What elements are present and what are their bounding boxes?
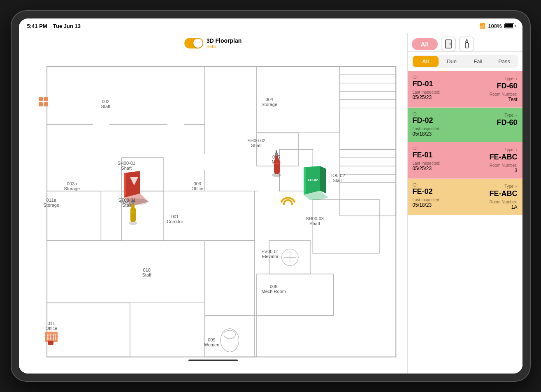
toggle-bar: 3D Floorplan Beta: [184, 37, 242, 49]
item-fd01-right-col: Type: › FD-60 Room Number: Test: [467, 75, 518, 102]
svg-marker-45: [124, 171, 140, 198]
item-fd01-type-row: Type: ›: [504, 75, 517, 82]
svg-rect-54: [274, 163, 279, 164]
item-fd02-date-value: 05/18/23: [413, 131, 464, 137]
svg-rect-61: [130, 207, 136, 222]
item-fe02-chevron: ›: [515, 183, 518, 189]
svg-rect-17: [313, 199, 379, 253]
item-fe01-chevron: ›: [515, 146, 518, 153]
top-tab-all-button[interactable]: All: [412, 38, 438, 50]
svg-rect-41: [44, 97, 48, 101]
ipad-screen: 5:41 PM Tue Jun 13 📶 100%: [19, 18, 522, 374]
item-fd02-type-row: Type: ›: [504, 112, 517, 118]
barcode-scanner-icon[interactable]: [44, 328, 65, 348]
battery-percent: 100%: [488, 23, 502, 29]
svg-rect-0: [47, 67, 396, 357]
item-fe01-type-label: Type:: [504, 148, 514, 152]
svg-rect-43: [44, 102, 48, 106]
item-fd02-date-label: Last Inspected:: [413, 127, 464, 131]
panel-top-tabs: All: [408, 33, 522, 52]
item-fe01-right-col: Type: › FE-ABC Room Number: 3: [467, 146, 518, 173]
svg-rect-52: [275, 152, 278, 156]
item-fe01-date-label: Last Inspected:: [413, 161, 464, 166]
item-fd02-type-value: FD-60: [497, 118, 517, 127]
item-fe02-date-label: Last Inspected:: [413, 198, 464, 202]
item-fe02-type-label: Type:: [504, 184, 514, 189]
svg-rect-65: [130, 211, 135, 212]
item-fd02-id-value: FD-02: [413, 116, 464, 125]
item-card-fd02[interactable]: ID: FD-02 Last Inspected: 05/18/23 Type:…: [408, 108, 522, 142]
item-fe01-room-label: Room Number:: [490, 163, 518, 168]
item-card-fd01[interactable]: ID: FD-01 Last Inspected: 05/25/23 Type:…: [408, 71, 522, 108]
sub-tab-all[interactable]: All: [413, 56, 439, 67]
svg-marker-57: [320, 166, 326, 194]
item-card-fe02[interactable]: ID: FE-02 Last Inspected: 05/18/23 Type:…: [408, 179, 522, 215]
svg-rect-53: [276, 150, 277, 153]
svg-rect-23: [47, 191, 101, 241]
item-fe02-room-value: 1A: [511, 204, 518, 210]
floorplan-svg: UP: [19, 33, 407, 374]
svg-rect-73: [48, 341, 53, 345]
item-card-fe01[interactable]: ID: FE-01 Last Inspected: 05/25/23 Type:…: [408, 142, 522, 179]
battery-icon: [504, 23, 514, 28]
status-right: 📶 100%: [479, 23, 514, 29]
item-fe02-id-value: FE-02: [413, 187, 464, 196]
svg-rect-31: [204, 316, 256, 357]
toggle-title: 3D Floorplan: [207, 37, 242, 44]
floorplan-area[interactable]: 3D Floorplan Beta: [19, 33, 407, 374]
sub-tab-pass[interactable]: Pass: [491, 56, 518, 67]
item-fd02-right-col: Type: › FD-60: [467, 112, 518, 137]
battery-fill: [505, 24, 513, 28]
svg-point-32: [221, 329, 239, 352]
item-fe01-type-value: FE-ABC: [490, 153, 518, 161]
toggle-label-group: 3D Floorplan Beta: [207, 37, 242, 49]
item-fe02-id-col: ID: FE-02 Last Inspected: 05/18/23: [413, 183, 464, 210]
status-bar: 5:41 PM Tue Jun 13 📶 100%: [19, 18, 522, 33]
item-fd01-id-label: ID:: [413, 75, 464, 80]
item-fe01-room-value: 3: [515, 168, 518, 173]
sub-tab-due[interactable]: Due: [439, 56, 465, 67]
item-fe02-id-label: ID:: [413, 183, 464, 187]
svg-point-77: [449, 44, 450, 45]
signal-arcs-icon: [279, 185, 297, 208]
status-time-date: 5:41 PM Tue Jun 13: [27, 23, 81, 29]
item-fe02-type-row: Type: ›: [504, 183, 517, 189]
item-fd02-id-col: ID: FD-02 Last Inspected: 05/18/23: [413, 112, 464, 137]
svg-marker-58: [304, 167, 306, 195]
item-fe01-id-value: FE-01: [413, 151, 464, 159]
svg-rect-30: [257, 274, 334, 316]
scroll-indicator: [188, 360, 238, 361]
item-fd01-room-label: Room Number:: [490, 92, 518, 97]
item-fd01-chevron: ›: [515, 75, 518, 82]
svg-rect-63: [132, 201, 134, 204]
ipad-frame: 5:41 PM Tue Jun 13 📶 100%: [12, 11, 530, 381]
item-fd02-type-label: Type:: [504, 113, 514, 118]
svg-marker-46: [124, 173, 126, 198]
item-fe02-right-col: Type: › FE-ABC Room Number: 1A: [467, 183, 518, 210]
svg-rect-7: [257, 67, 340, 133]
top-tab-door-button[interactable]: [441, 37, 456, 51]
main-content: 3D Floorplan Beta: [19, 33, 522, 374]
orange-grid-icon: [39, 97, 53, 111]
fire-ext-fe02[interactable]: [128, 200, 138, 228]
item-fd01-date-value: 05/25/23: [413, 95, 464, 100]
svg-rect-40: [39, 97, 43, 101]
3d-floorplan-toggle[interactable]: [184, 38, 203, 48]
svg-rect-50: [274, 159, 280, 174]
svg-rect-78: [465, 42, 469, 48]
svg-point-33: [224, 330, 235, 339]
svg-text:FD-02: FD-02: [308, 178, 318, 182]
sub-filter-tabs: All Due Fail Pass: [412, 55, 518, 68]
top-tab-extinguisher-button[interactable]: [459, 37, 474, 51]
fire-door-fd02[interactable]: FD-02: [300, 164, 332, 202]
item-fe01-type-row: Type: ›: [504, 146, 517, 153]
item-fe01-date-value: 05/25/23: [413, 166, 464, 171]
sub-tab-fail[interactable]: Fail: [465, 56, 491, 67]
item-fd02-id-label: ID:: [413, 112, 464, 116]
status-date: Tue Jun 13: [53, 23, 81, 29]
toggle-knob: [193, 39, 202, 48]
item-fd01-room-value: Test: [508, 97, 517, 102]
item-fd01-id-col: ID: FD-01 Last Inspected: 05/25/23: [413, 75, 464, 102]
items-list: ID: FD-01 Last Inspected: 05/25/23 Type:…: [408, 71, 522, 374]
fire-ext-fe01[interactable]: [271, 150, 282, 180]
